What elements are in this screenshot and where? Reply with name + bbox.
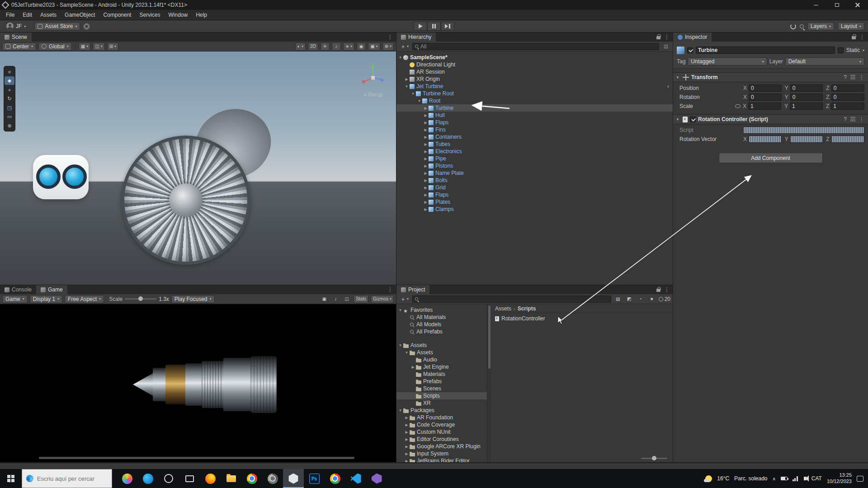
tab-console[interactable]: Console (0, 285, 36, 294)
hierarchy-item[interactable]: ▶XR Origin (396, 75, 673, 83)
minimize-button[interactable] (806, 0, 826, 10)
display-dropdown[interactable]: Display 1 (30, 295, 62, 303)
project-tree-item[interactable]: XR (396, 399, 487, 407)
project-tree-item[interactable]: Audio (396, 356, 487, 363)
hierarchy-item[interactable]: ▼SampleScene* (396, 54, 673, 61)
game-view-dropdown[interactable]: Game (2, 295, 28, 303)
hidden-icons-chevron[interactable]: ∧ (773, 476, 776, 481)
hierarchy-item[interactable]: ▶Flaps (396, 191, 673, 198)
grid-snap-dropdown[interactable]: ⊞▾ (107, 42, 118, 51)
taskbar-app-edge[interactable] (137, 469, 158, 488)
gizmos-dropdown[interactable]: ⊕▾ (382, 42, 394, 51)
project-tree-item[interactable]: ▶Editor Coroutines (396, 436, 487, 443)
component-menu-icon[interactable]: ⋮ (859, 74, 864, 80)
hierarchy-item[interactable]: AR Session (396, 68, 673, 75)
hierarchy-item[interactable]: Directional Light (396, 61, 673, 68)
aspect-dropdown[interactable]: Free Aspect (65, 295, 104, 303)
project-tree-item[interactable]: Prefabs (396, 378, 487, 385)
scene-visibility-toggle[interactable]: ◉ (357, 42, 366, 51)
create-object-button[interactable]: ＋▾ (399, 42, 410, 51)
hierarchy-menu-icon[interactable]: ⋮ (664, 34, 670, 40)
prefab-open-chevron-icon[interactable]: › (667, 83, 671, 89)
expand-arrow-icon[interactable]: ▼ (397, 56, 403, 60)
expand-arrow-icon[interactable]: ▼ (416, 99, 422, 103)
axis-field[interactable]: 0 (831, 84, 864, 92)
scale-tool-icon[interactable]: ◳ (5, 103, 14, 112)
network-icon[interactable] (793, 476, 799, 481)
project-tree-item[interactable]: ▶Jet Engine (396, 363, 487, 371)
project-tree-item[interactable]: ▼Assets (396, 349, 487, 356)
project-tree-item[interactable]: Materials (396, 371, 487, 378)
axis-field[interactable]: 1 (831, 103, 864, 110)
static-dropdown-icon[interactable]: ▾ (863, 48, 864, 52)
expand-arrow-icon[interactable]: ▶ (423, 121, 429, 125)
menu-window[interactable]: Window (164, 10, 192, 20)
expand-arrow-icon[interactable]: ▶ (404, 423, 410, 427)
project-search-input[interactable] (412, 296, 611, 303)
play-button[interactable] (414, 22, 427, 31)
label-icon[interactable]: ◔ (636, 295, 645, 303)
transform-header[interactable]: ▼ Transform ? ⋮ (673, 72, 868, 82)
expand-arrow-icon[interactable]: ▶ (423, 128, 429, 132)
expand-arrow-icon[interactable]: ▶ (404, 437, 410, 441)
snap-dropdown[interactable]: ◫▾ (93, 42, 104, 51)
script-component-header[interactable]: ▼ Rotation Controller (Script) ? ⋮ (673, 114, 868, 124)
turbine-fan-3d[interactable] (121, 136, 250, 265)
expand-arrow-icon[interactable]: ▶ (423, 164, 429, 168)
language-indicator[interactable]: CAT (811, 475, 822, 482)
camera-dropdown[interactable]: ▣▾ (368, 42, 380, 51)
taskbar-app-cortana[interactable] (158, 469, 179, 488)
lock-icon[interactable] (656, 289, 660, 292)
expand-arrow-icon[interactable]: ▶ (404, 77, 410, 81)
mute-audio-icon[interactable]: ♪ (331, 295, 340, 303)
expand-arrow-icon[interactable]: ▶ (423, 113, 429, 117)
game-gizmos-dropdown[interactable]: Gizmos▾ (371, 295, 394, 303)
clock[interactable]: 13:25 10/12/2023 (827, 472, 852, 485)
expand-arrow-icon[interactable]: ▶ (423, 142, 429, 146)
foldout-icon[interactable]: ▼ (675, 75, 680, 80)
hierarchy-item[interactable]: ▶Electronics (396, 148, 673, 155)
taskbar-app-explorer[interactable] (221, 469, 241, 488)
taskbar-app-unity[interactable] (283, 469, 304, 488)
hierarchy-item[interactable]: ▼Root (396, 97, 673, 104)
start-button[interactable] (0, 469, 22, 488)
project-tree-item[interactable]: ▼Favorites (396, 306, 487, 314)
static-checkbox[interactable] (838, 47, 844, 53)
game-viewport[interactable] (0, 304, 396, 462)
hierarchy-item[interactable]: ▶Turbine (396, 104, 673, 112)
effects-dropdown[interactable]: ∗▾ (343, 42, 354, 51)
taskbar-app-vscode[interactable] (345, 469, 366, 488)
expand-arrow-icon[interactable]: ▼ (404, 84, 410, 89)
hierarchy-search-input[interactable]: All (412, 43, 659, 50)
expand-arrow-icon[interactable]: ▶ (410, 365, 416, 369)
menu-file[interactable]: File (2, 10, 19, 20)
hierarchy-item[interactable]: ▶Pipe (396, 155, 673, 162)
expand-arrow-icon[interactable]: ▶ (404, 445, 410, 449)
expand-arrow-icon[interactable]: ▶ (404, 416, 410, 420)
menu-component[interactable]: Component (99, 10, 135, 20)
orientation-dropdown[interactable]: Global (38, 42, 72, 51)
project-tree-item[interactable]: All Models (396, 321, 487, 328)
hierarchy-item[interactable]: ▶Bolts (396, 177, 673, 184)
presets-icon[interactable] (850, 75, 855, 80)
pause-button[interactable] (427, 22, 441, 31)
axis-field[interactable]: 0 (790, 94, 823, 101)
tab-scene[interactable]: Scene (0, 33, 32, 42)
package-visibility-icon[interactable]: ◩ (625, 295, 634, 303)
help-icon[interactable]: ? (844, 116, 847, 122)
horizontal-scrollbar[interactable] (39, 457, 354, 459)
menu-services[interactable]: Services (135, 10, 164, 20)
project-tree-item[interactable]: ▶Google ARCore XR Plugin (396, 443, 487, 450)
menu-edit[interactable]: Edit (19, 10, 36, 20)
favorites-icon[interactable]: ★ (647, 295, 656, 303)
foldout-icon[interactable]: ▼ (675, 117, 680, 122)
project-tree-item[interactable]: ▶JetBrains Rider Editor (396, 457, 487, 462)
play-focused-dropdown[interactable]: Play Focused (171, 295, 215, 303)
presets-icon[interactable] (850, 117, 855, 122)
tab-inspector[interactable]: Inspector (673, 33, 712, 42)
pivot-dropdown[interactable]: Center (2, 42, 36, 51)
taskbar-app-palette[interactable] (117, 469, 137, 488)
project-tree-item[interactable]: ▼Packages (396, 407, 487, 414)
taskbar-search[interactable] (22, 469, 112, 488)
expand-arrow-icon[interactable]: ▼ (404, 351, 410, 355)
